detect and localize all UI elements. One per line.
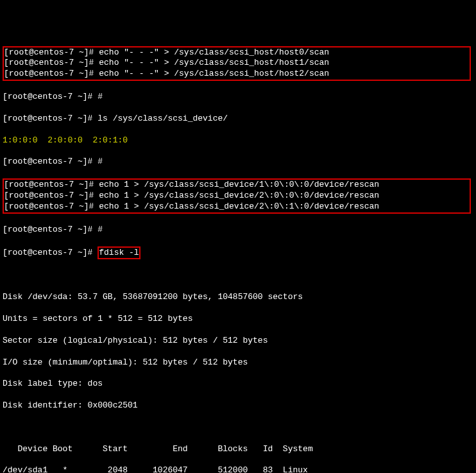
prompt: [root@centos-7 ~]#	[4, 69, 99, 78]
ls-output: 1:0:0:0 2:0:0:0 2:0:1:0	[3, 135, 128, 145]
cmd-rescan3[interactable]: echo 1 > /sys/class/scsi_device/2\:0\:1\…	[99, 202, 379, 211]
prompt: [root@centos-7 ~]#	[3, 225, 98, 234]
cmd-ls-scsi[interactable]: ls /sys/class/scsi_device/	[98, 114, 228, 123]
fdisk-io: I/O size (minimum/optimal): 512 bytes / …	[3, 357, 248, 367]
cmd-echo-scan1[interactable]: echo "- - -" > /sys/class/scsi_host/host…	[99, 58, 329, 67]
prompt: [root@centos-7 ~]#	[4, 58, 99, 67]
partition-sda1: /dev/sda1 * 2048 1026047 512000 83 Linux	[3, 465, 308, 473]
prompt-hash[interactable]: #	[98, 225, 103, 234]
prompt-hash[interactable]: #	[98, 92, 103, 101]
cmd-rescan2[interactable]: echo 1 > /sys/class/scsi_device/2\:0\:0\…	[99, 191, 379, 200]
prompt: [root@centos-7 ~]#	[3, 92, 98, 101]
prompt: [root@centos-7 ~]#	[3, 114, 98, 123]
cmd-fdisk[interactable]: fdisk -l	[99, 248, 139, 257]
prompt: [root@centos-7 ~]#	[4, 202, 99, 211]
prompt: [root@centos-7 ~]#	[3, 157, 98, 166]
partition-table-header: Device Boot Start End Blocks Id System	[3, 444, 313, 454]
fdisk-units: Units = sectors of 1 * 512 = 512 bytes	[3, 314, 192, 323]
cmd-echo-scan2[interactable]: echo "- - -" > /sys/class/scsi_host/host…	[99, 69, 329, 78]
fdisk-sda-header: Disk /dev/sda: 53.7 GB, 53687091200 byte…	[3, 292, 303, 302]
cmd-echo-scan0[interactable]: echo "- - -" > /sys/class/scsi_host/host…	[99, 47, 329, 57]
prompt: [root@centos-7 ~]#	[4, 47, 99, 57]
cmd-rescan1[interactable]: echo 1 > /sys/class/scsi_device/1\:0\:0\…	[99, 180, 379, 189]
fdisk-label-type: Disk label type: dos	[3, 379, 103, 388]
prompt: [root@centos-7 ~]#	[4, 180, 99, 189]
fdisk-sector: Sector size (logical/physical): 512 byte…	[3, 336, 268, 345]
prompt-hash[interactable]: #	[98, 157, 103, 166]
prompt: [root@centos-7 ~]#	[4, 191, 99, 200]
fdisk-identifier: Disk identifier: 0x000c2501	[3, 400, 138, 410]
prompt: [root@centos-7 ~]#	[3, 248, 98, 257]
